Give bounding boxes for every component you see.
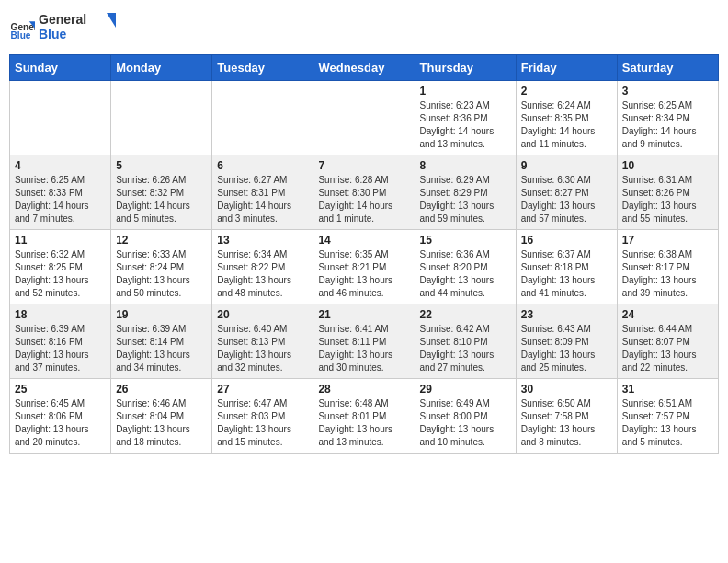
calendar-week-5: 25Sunrise: 6:45 AM Sunset: 8:06 PM Dayli…	[10, 378, 719, 453]
day-info: Sunrise: 6:26 AM Sunset: 8:32 PM Dayligh…	[116, 174, 207, 225]
day-info: Sunrise: 6:25 AM Sunset: 8:34 PM Dayligh…	[622, 99, 713, 151]
page-header: General Blue General Blue	[9, 9, 719, 49]
calendar-cell: 22Sunrise: 6:42 AM Sunset: 8:10 PM Dayli…	[415, 304, 516, 378]
day-info: Sunrise: 6:51 AM Sunset: 7:57 PM Dayligh…	[622, 397, 713, 449]
calendar-week-3: 11Sunrise: 6:32 AM Sunset: 8:25 PM Dayli…	[10, 229, 719, 304]
calendar-cell: 30Sunrise: 6:50 AM Sunset: 7:58 PM Dayli…	[516, 378, 617, 453]
day-number: 29	[420, 383, 511, 396]
day-info: Sunrise: 6:28 AM Sunset: 8:30 PM Dayligh…	[318, 174, 409, 225]
logo-icon: General Blue	[9, 16, 35, 41]
calendar-cell: 16Sunrise: 6:37 AM Sunset: 8:18 PM Dayli…	[516, 229, 617, 304]
calendar-cell: 26Sunrise: 6:46 AM Sunset: 8:04 PM Dayli…	[111, 378, 212, 453]
day-info: Sunrise: 6:43 AM Sunset: 8:09 PM Dayligh…	[521, 323, 612, 374]
day-number: 15	[420, 234, 511, 247]
calendar-cell: 7Sunrise: 6:28 AM Sunset: 8:30 PM Daylig…	[313, 155, 415, 229]
day-info: Sunrise: 6:40 AM Sunset: 8:13 PM Dayligh…	[217, 323, 308, 374]
day-info: Sunrise: 6:24 AM Sunset: 8:35 PM Dayligh…	[521, 99, 612, 151]
day-info: Sunrise: 6:38 AM Sunset: 8:17 PM Dayligh…	[622, 248, 713, 300]
svg-text:General: General	[39, 12, 86, 27]
day-info: Sunrise: 6:48 AM Sunset: 8:01 PM Dayligh…	[318, 397, 409, 449]
calendar-cell: 4Sunrise: 6:25 AM Sunset: 8:33 PM Daylig…	[10, 155, 111, 229]
calendar-cell: 11Sunrise: 6:32 AM Sunset: 8:25 PM Dayli…	[10, 229, 111, 304]
day-info: Sunrise: 6:42 AM Sunset: 8:10 PM Dayligh…	[420, 323, 511, 374]
calendar-cell: 25Sunrise: 6:45 AM Sunset: 8:06 PM Dayli…	[10, 378, 111, 453]
logo: General Blue General Blue	[9, 9, 121, 49]
day-info: Sunrise: 6:49 AM Sunset: 8:00 PM Dayligh…	[420, 397, 511, 449]
calendar-cell	[10, 80, 111, 155]
calendar-cell: 13Sunrise: 6:34 AM Sunset: 8:22 PM Dayli…	[212, 229, 313, 304]
svg-marker-5	[107, 13, 116, 28]
calendar-cell: 2Sunrise: 6:24 AM Sunset: 8:35 PM Daylig…	[516, 80, 617, 155]
day-number: 17	[622, 234, 713, 247]
calendar-cell: 19Sunrise: 6:39 AM Sunset: 8:14 PM Dayli…	[111, 304, 212, 378]
calendar-week-2: 4Sunrise: 6:25 AM Sunset: 8:33 PM Daylig…	[10, 155, 719, 229]
day-number: 16	[521, 234, 612, 247]
calendar-cell: 1Sunrise: 6:23 AM Sunset: 8:36 PM Daylig…	[415, 80, 516, 155]
day-header-thursday: Thursday	[415, 54, 516, 80]
day-header-wednesday: Wednesday	[313, 54, 415, 80]
day-info: Sunrise: 6:37 AM Sunset: 8:18 PM Dayligh…	[521, 248, 612, 300]
day-info: Sunrise: 6:45 AM Sunset: 8:06 PM Dayligh…	[15, 397, 106, 449]
day-number: 14	[318, 234, 409, 247]
svg-text:Blue: Blue	[39, 27, 67, 41]
calendar-cell	[313, 80, 415, 155]
calendar-cell: 23Sunrise: 6:43 AM Sunset: 8:09 PM Dayli…	[516, 304, 617, 378]
day-info: Sunrise: 6:44 AM Sunset: 8:07 PM Dayligh…	[622, 323, 713, 374]
day-info: Sunrise: 6:46 AM Sunset: 8:04 PM Dayligh…	[116, 397, 207, 449]
calendar-cell: 27Sunrise: 6:47 AM Sunset: 8:03 PM Dayli…	[212, 378, 313, 453]
day-number: 6	[217, 159, 308, 172]
calendar-week-4: 18Sunrise: 6:39 AM Sunset: 8:16 PM Dayli…	[10, 304, 719, 378]
logo-svg: General Blue	[39, 9, 121, 44]
calendar-cell: 20Sunrise: 6:40 AM Sunset: 8:13 PM Dayli…	[212, 304, 313, 378]
day-number: 27	[217, 383, 308, 396]
calendar-cell: 17Sunrise: 6:38 AM Sunset: 8:17 PM Dayli…	[617, 229, 718, 304]
day-info: Sunrise: 6:39 AM Sunset: 8:16 PM Dayligh…	[15, 323, 106, 374]
calendar-cell	[111, 80, 212, 155]
day-number: 21	[318, 308, 409, 321]
day-info: Sunrise: 6:27 AM Sunset: 8:31 PM Dayligh…	[217, 174, 308, 225]
calendar-cell: 3Sunrise: 6:25 AM Sunset: 8:34 PM Daylig…	[617, 80, 718, 155]
calendar-cell: 21Sunrise: 6:41 AM Sunset: 8:11 PM Dayli…	[313, 304, 415, 378]
day-number: 13	[217, 234, 308, 247]
calendar-cell: 10Sunrise: 6:31 AM Sunset: 8:26 PM Dayli…	[617, 155, 718, 229]
day-number: 10	[622, 159, 713, 172]
svg-text:Blue: Blue	[11, 30, 31, 40]
day-number: 4	[15, 159, 106, 172]
day-info: Sunrise: 6:30 AM Sunset: 8:27 PM Dayligh…	[521, 174, 612, 225]
day-info: Sunrise: 6:39 AM Sunset: 8:14 PM Dayligh…	[116, 323, 207, 374]
day-number: 31	[622, 383, 713, 396]
day-info: Sunrise: 6:41 AM Sunset: 8:11 PM Dayligh…	[318, 323, 409, 374]
day-header-monday: Monday	[111, 54, 212, 80]
day-number: 11	[15, 234, 106, 247]
day-number: 26	[116, 383, 207, 396]
calendar-cell: 5Sunrise: 6:26 AM Sunset: 8:32 PM Daylig…	[111, 155, 212, 229]
day-info: Sunrise: 6:47 AM Sunset: 8:03 PM Dayligh…	[217, 397, 308, 449]
day-info: Sunrise: 6:36 AM Sunset: 8:20 PM Dayligh…	[420, 248, 511, 300]
calendar-cell: 14Sunrise: 6:35 AM Sunset: 8:21 PM Dayli…	[313, 229, 415, 304]
day-number: 30	[521, 383, 612, 396]
day-info: Sunrise: 6:35 AM Sunset: 8:21 PM Dayligh…	[318, 248, 409, 300]
day-header-friday: Friday	[516, 54, 617, 80]
day-number: 19	[116, 308, 207, 321]
day-header-sunday: Sunday	[10, 54, 111, 80]
calendar-cell: 28Sunrise: 6:48 AM Sunset: 8:01 PM Dayli…	[313, 378, 415, 453]
calendar-cell: 6Sunrise: 6:27 AM Sunset: 8:31 PM Daylig…	[212, 155, 313, 229]
calendar-cell: 24Sunrise: 6:44 AM Sunset: 8:07 PM Dayli…	[617, 304, 718, 378]
calendar-cell: 15Sunrise: 6:36 AM Sunset: 8:20 PM Dayli…	[415, 229, 516, 304]
day-info: Sunrise: 6:32 AM Sunset: 8:25 PM Dayligh…	[15, 248, 106, 300]
day-number: 22	[420, 308, 511, 321]
day-number: 1	[420, 85, 511, 98]
day-number: 25	[15, 383, 106, 396]
calendar-header-row: SundayMondayTuesdayWednesdayThursdayFrid…	[10, 54, 719, 80]
day-info: Sunrise: 6:25 AM Sunset: 8:33 PM Dayligh…	[15, 174, 106, 225]
day-number: 3	[622, 85, 713, 98]
day-number: 5	[116, 159, 207, 172]
day-info: Sunrise: 6:50 AM Sunset: 7:58 PM Dayligh…	[521, 397, 612, 449]
day-info: Sunrise: 6:29 AM Sunset: 8:29 PM Dayligh…	[420, 174, 511, 225]
day-number: 28	[318, 383, 409, 396]
day-info: Sunrise: 6:34 AM Sunset: 8:22 PM Dayligh…	[217, 248, 308, 300]
day-header-saturday: Saturday	[617, 54, 718, 80]
calendar-week-1: 1Sunrise: 6:23 AM Sunset: 8:36 PM Daylig…	[10, 80, 719, 155]
day-number: 9	[521, 159, 612, 172]
day-number: 24	[622, 308, 713, 321]
